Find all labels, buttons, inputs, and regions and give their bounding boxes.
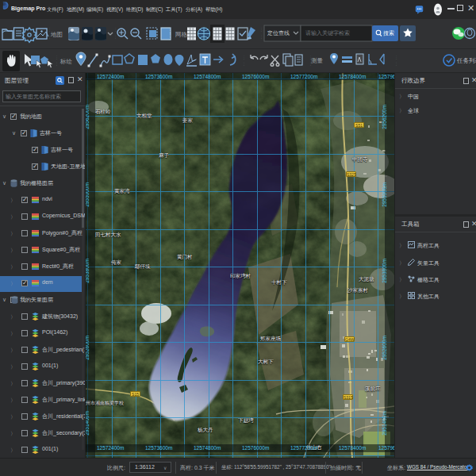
svg-text:⋮: ⋮ (113, 27, 117, 32)
svg-text:⋮: ⋮ (309, 61, 313, 66)
svg-text:标绘: 标绘 (60, 58, 73, 65)
svg-text:测量: 测量 (311, 57, 324, 64)
svg-text:请输入关键字检索: 请输入关键字检索 (305, 29, 350, 36)
svg-text:⋮: ⋮ (242, 61, 246, 66)
svg-text:⋮: ⋮ (259, 34, 263, 39)
svg-text:⋮: ⋮ (259, 27, 263, 32)
svg-text:⋮: ⋮ (394, 55, 398, 60)
svg-text:⋮: ⋮ (168, 34, 172, 39)
svg-text:⋮: ⋮ (55, 55, 59, 60)
svg-text:搜索: 搜索 (383, 30, 394, 36)
svg-text:网格: 网格 (175, 31, 188, 38)
svg-text:⋮: ⋮ (309, 55, 313, 60)
svg-text:⋮: ⋮ (394, 61, 398, 66)
svg-text:⋮: ⋮ (55, 61, 59, 66)
svg-text:⋮: ⋮ (48, 34, 52, 39)
svg-text:任务列表: 任务列表 (456, 57, 476, 64)
svg-text:地图: 地图 (50, 31, 63, 38)
svg-text:⋮: ⋮ (113, 34, 117, 39)
svg-text:定位查线: 定位查线 (267, 30, 290, 36)
svg-text:⋮: ⋮ (242, 55, 246, 60)
svg-text:⋮: ⋮ (168, 27, 172, 32)
svg-text:⋮: ⋮ (48, 27, 52, 32)
